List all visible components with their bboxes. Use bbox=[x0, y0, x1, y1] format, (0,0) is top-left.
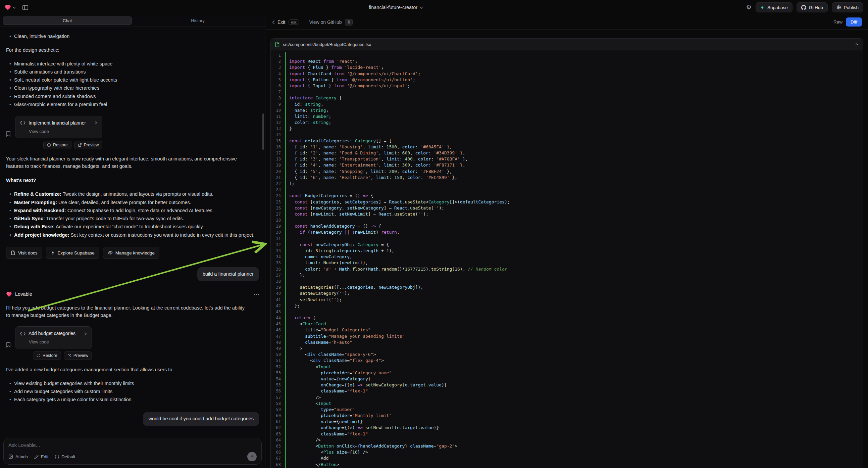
exit-button[interactable]: Exit bbox=[272, 20, 285, 25]
line-number: 34 bbox=[271, 254, 285, 260]
file-path: src/components/budget/BudgetCategories.t… bbox=[283, 42, 371, 47]
view-code-link[interactable]: View code bbox=[29, 128, 97, 135]
edit-button[interactable]: Edit bbox=[34, 454, 48, 459]
project-switcher[interactable]: financial-future-creator bbox=[369, 5, 423, 10]
diff-toggle[interactable]: Diff bbox=[846, 18, 862, 27]
line-number: 62 bbox=[271, 425, 285, 431]
view-code-link[interactable]: View code bbox=[29, 339, 87, 346]
code-line: 63 className="flex-1" bbox=[271, 431, 863, 437]
line-number: 40 bbox=[271, 290, 285, 296]
line-number: 60 bbox=[271, 413, 285, 419]
line-number: 39 bbox=[271, 284, 285, 290]
line-number: 11 bbox=[271, 114, 285, 119]
code-line: 33 id: String(categories.length + 1), bbox=[271, 248, 863, 254]
chat-panel: Chat History Clean, intuitive navigation… bbox=[0, 15, 266, 468]
line-number: 27 bbox=[271, 211, 285, 217]
line-number: 8 bbox=[271, 95, 285, 101]
code-line: 8interface Category { bbox=[271, 95, 863, 101]
publish-button[interactable]: Publish bbox=[832, 2, 863, 12]
view-on-github-link[interactable]: View on GitHub bbox=[309, 20, 342, 25]
gear-icon: ⚙ bbox=[746, 4, 751, 11]
knowledge-icon bbox=[108, 251, 113, 255]
tab-chat[interactable]: Chat bbox=[3, 17, 132, 25]
line-number: 64 bbox=[271, 437, 285, 443]
code-line: 35 limit: Number(newLimit), bbox=[271, 260, 863, 266]
project-title: financial-future-creator bbox=[369, 5, 417, 10]
settings-button[interactable]: ⚙ bbox=[746, 4, 751, 11]
list-item: Each category gets a unique color for vi… bbox=[14, 396, 259, 404]
file-header: src/components/budget/BudgetCategories.t… bbox=[271, 39, 863, 50]
list-item: Subtle animations and transitions bbox=[14, 68, 259, 76]
supabase-button[interactable]: Supabase bbox=[755, 2, 793, 12]
code-line: 61 value={newLimit} bbox=[271, 419, 863, 425]
list-item: Clean, intuitive navigation bbox=[14, 33, 259, 40]
code-line: 66 <Plus size={16} /> bbox=[271, 449, 863, 455]
explore-supabase-button[interactable]: Explore Supabase bbox=[46, 247, 99, 259]
line-number: 10 bbox=[271, 108, 285, 114]
message-options-button[interactable] bbox=[254, 294, 259, 295]
line-number: 38 bbox=[271, 278, 285, 284]
preview-button[interactable]: Preview bbox=[74, 141, 102, 149]
raw-toggle[interactable]: Raw bbox=[833, 20, 842, 25]
line-number: 42 bbox=[271, 303, 285, 309]
send-button[interactable] bbox=[247, 452, 257, 461]
tab-history[interactable]: History bbox=[133, 17, 262, 25]
line-number: 23 bbox=[271, 187, 285, 193]
github-button[interactable]: GitHub bbox=[797, 2, 828, 12]
code-line: 68 </Button> bbox=[271, 462, 863, 468]
list-item: Minimalist interface with plenty of whit… bbox=[14, 60, 259, 68]
preview-icon bbox=[67, 353, 71, 357]
lovable-logo-menu[interactable] bbox=[5, 5, 16, 10]
list-item: Clean typography with clear hierarchies bbox=[14, 85, 259, 92]
code-line: 46 title="Budget Categories" bbox=[271, 327, 863, 333]
preview-icon bbox=[78, 143, 82, 147]
collapse-file-button[interactable] bbox=[855, 43, 859, 46]
edit-card[interactable]: Add budget categoriesView code bbox=[15, 326, 92, 349]
line-number: 41 bbox=[271, 297, 285, 303]
edit-card-title: Add budget categories bbox=[29, 330, 75, 337]
code-line: 26 const [newCategory, setNewCategory] =… bbox=[271, 205, 863, 211]
line-number: 43 bbox=[271, 309, 285, 315]
user-message: would be cool if you could add budget ca… bbox=[143, 412, 259, 426]
code-line: 64 /> bbox=[271, 437, 863, 443]
restore-button[interactable]: Restore bbox=[33, 351, 61, 360]
toggle-sidebar-button[interactable] bbox=[23, 5, 28, 10]
code-line: 30 if (!newCategory || !newLimit) return… bbox=[271, 229, 863, 235]
message-heading: What's next? bbox=[6, 177, 259, 184]
message-paragraph: I've added a new budget categories manag… bbox=[6, 366, 248, 374]
edit-card[interactable]: Implement financial plannerView code bbox=[15, 116, 102, 139]
code-line: 17 { id: '2', name: 'Food & Dining', lim… bbox=[271, 150, 863, 156]
line-number: 35 bbox=[271, 260, 285, 266]
chat-input[interactable] bbox=[8, 442, 257, 448]
heart-icon bbox=[5, 5, 11, 10]
line-number: 51 bbox=[271, 357, 285, 363]
user-message-row: build a financial planner bbox=[6, 267, 259, 281]
preview-button[interactable]: Preview bbox=[64, 351, 92, 360]
line-number: 59 bbox=[271, 407, 285, 413]
visit-docs-button[interactable]: Visit docs bbox=[6, 247, 42, 259]
line-number: 61 bbox=[271, 419, 285, 425]
code-line: 51 <div className="flex gap-4"> bbox=[271, 357, 863, 363]
bullet-list: Refine & Customize: Tweak the design, an… bbox=[6, 191, 259, 239]
code-line: 13} bbox=[271, 125, 863, 131]
line-number: 15 bbox=[271, 138, 285, 144]
code-line: 3import { Plus } from 'lucide-react'; bbox=[271, 64, 863, 70]
line-number: 22 bbox=[271, 181, 285, 187]
restore-button[interactable]: Restore bbox=[43, 141, 71, 149]
line-number: 48 bbox=[271, 340, 285, 346]
line-number: 6 bbox=[271, 83, 285, 89]
line-number: 19 bbox=[271, 162, 285, 168]
code-line: 18 { id: '3', name: 'Transportation', li… bbox=[271, 156, 863, 162]
restore-icon bbox=[37, 353, 40, 357]
code-line: 65 <Button onClick={handleAddCategory} c… bbox=[271, 443, 863, 449]
manage-knowledge-button[interactable]: Manage knowledge bbox=[103, 247, 159, 259]
code-line: 60 placeholder="Monthly limit" bbox=[271, 413, 863, 419]
line-number: 65 bbox=[271, 443, 285, 449]
mode-select[interactable]: Default bbox=[55, 454, 75, 459]
line-number: 25 bbox=[271, 199, 285, 205]
chat-scrollbar[interactable] bbox=[262, 114, 264, 150]
line-number: 31 bbox=[271, 236, 285, 242]
code-line: 67 Add bbox=[271, 455, 863, 461]
restore-icon bbox=[47, 143, 51, 147]
attach-button[interactable]: Attach bbox=[8, 454, 28, 459]
